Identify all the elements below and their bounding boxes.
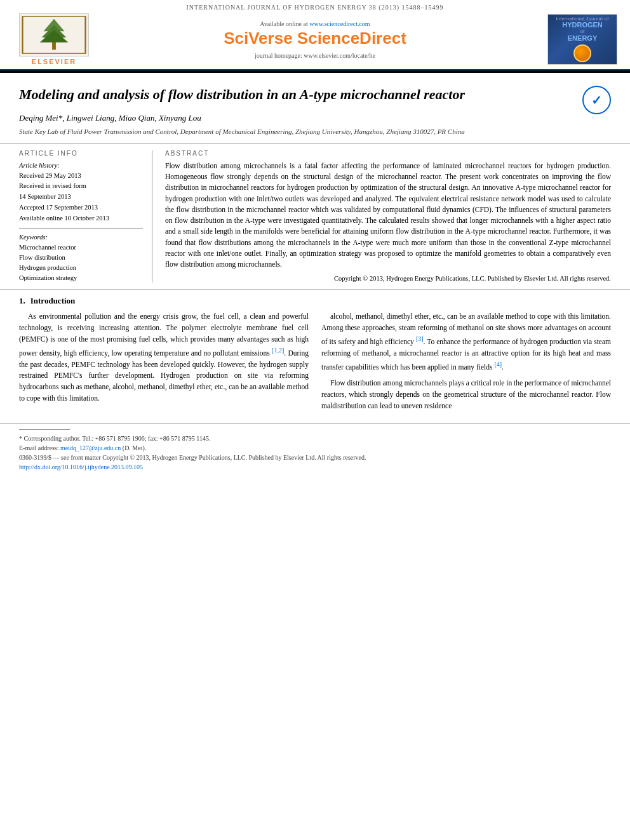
hydrogen-intl-text: International Journal of: [556, 17, 608, 21]
keyword-3: Hydrogen production: [19, 263, 143, 273]
hydrogen-energy-logo: International Journal of HYDROGEN of ENE…: [547, 14, 617, 65]
hydrogen-name: HYDROGEN: [562, 21, 603, 29]
received-date: Received 29 May 2013: [19, 171, 143, 181]
copyright-line: Copyright © 2013, Hydrogen Energy Public…: [165, 275, 611, 282]
issn-line: 0360-3199/$ — see front matter Copyright…: [19, 453, 611, 462]
available-online-text: Available online at www.sciencedirect.co…: [95, 20, 535, 27]
left-text-column: As environmental pollution and the energ…: [19, 311, 309, 417]
intro-right-para-1: alcohol, methanol, dimethyl ether, etc.,…: [321, 311, 611, 373]
center-logo-block: Available online at www.sciencedirect.co…: [95, 20, 535, 59]
ref-3[interactable]: [3]: [416, 335, 424, 342]
hydrogen-logo-block: International Journal of HYDROGEN of ENE…: [535, 14, 617, 65]
ref-1-2[interactable]: [1,2]: [272, 347, 284, 354]
abstract-column: Abstract Flow distribution among microch…: [165, 150, 611, 283]
email-name: (D. Mei).: [123, 444, 147, 451]
revised-date: 14 September 2013: [19, 192, 143, 202]
email-label: E-mail address:: [19, 444, 58, 451]
elsevier-tree-image: [19, 13, 89, 57]
keywords-section: Keywords: Microchannel reactor Flow dist…: [19, 234, 143, 283]
journal-top-bar: International Journal of Hydrogen Energy…: [0, 4, 630, 11]
keyword-4: Optimization strategy: [19, 273, 143, 283]
sciverse-text: SciVerse: [224, 29, 297, 48]
main-content: 1.Introduction As environmental pollutio…: [0, 290, 630, 423]
introduction-text-columns: As environmental pollution and the energ…: [19, 311, 611, 417]
keyword-2: Flow distribution: [19, 253, 143, 263]
accepted-date: Accepted 17 September 2013: [19, 203, 143, 213]
journal-homepage: journal homepage: www.elsevier.com/locat…: [95, 52, 535, 59]
intro-right-para-2: Flow distribution among microchannels pl…: [321, 378, 611, 411]
hydrogen-energy-text: ENERGY: [568, 34, 597, 42]
article-main-title: Modeling and analysis of flow distributi…: [19, 86, 495, 104]
elsevier-wordmark: ELSEVIER: [32, 58, 76, 65]
hydrogen-of: of: [580, 29, 585, 34]
sciencedirect-url[interactable]: www.sciencedirect.com: [309, 20, 370, 27]
info-abstract-section: Article Info Article history: Received 2…: [0, 143, 630, 290]
available-online-date: Available online 10 October 2013: [19, 213, 143, 223]
section-title: Introduction: [30, 296, 76, 305]
article-history: Article history: Received 29 May 2013 Re…: [19, 161, 143, 223]
keywords-label: Keywords:: [19, 234, 143, 241]
doi-line: http://dx.doi.org/10.1016/j.ijhydene.201…: [19, 462, 611, 472]
logos-row: ELSEVIER Available online at www.science…: [0, 13, 630, 69]
history-title: Article history:: [19, 161, 143, 171]
authors-line: Deqing Mei*, Lingwei Liang, Miao Qian, X…: [19, 113, 611, 123]
abstract-label: Abstract: [165, 150, 611, 157]
article-info-label: Article Info: [19, 150, 143, 157]
elsevier-logo-block: ELSEVIER: [13, 13, 95, 65]
journal-header: International Journal of Hydrogen Energy…: [0, 0, 630, 70]
keyword-1: Microchannel reactor: [19, 243, 143, 253]
authors-text: Deqing Mei*, Lingwei Liang, Miao Qian, X…: [19, 113, 201, 123]
received-revised-label: Received in revised form: [19, 181, 143, 191]
footnote-area: * Corresponding author. Tel.: +86 571 87…: [0, 423, 630, 477]
right-text-column: alcohol, methanol, dimethyl ether, etc.,…: [321, 311, 611, 417]
corresponding-author-note: * Corresponding author. Tel.: +86 571 87…: [19, 434, 611, 443]
footnote-divider: [19, 429, 70, 430]
doi-link[interactable]: http://dx.doi.org/10.1016/j.ijhydene.201…: [19, 463, 143, 470]
sciencedirect-text: ScienceDirect: [297, 29, 406, 48]
intro-left-para-1: As environmental pollution and the energ…: [19, 311, 309, 404]
introduction-heading: 1.Introduction: [19, 296, 611, 306]
star-note-text: * Corresponding author. Tel.: +86 571 87…: [19, 435, 210, 442]
affiliation-line: State Key Lab of Fluid Power Transmissio…: [19, 127, 611, 137]
divider-line: [19, 228, 143, 229]
sciverse-sciencedirect-logo: SciVerse ScienceDirect: [95, 29, 535, 48]
email-line: E-mail address: meidq_127@zju.edu.cn (D.…: [19, 443, 611, 453]
article-title-section: Modeling and analysis of flow distributi…: [0, 73, 630, 143]
abstract-text: Flow distribution among microchannels is…: [165, 161, 611, 270]
journal-title-bar: International Journal of Hydrogen Energy…: [186, 4, 443, 11]
email-link[interactable]: meidq_127@zju.edu.cn: [60, 444, 121, 451]
crossmark-icon[interactable]: ✓: [582, 86, 611, 114]
article-info-column: Article Info Article history: Received 2…: [19, 150, 152, 283]
section-number: 1.: [19, 296, 25, 305]
ref-4[interactable]: [4]: [494, 361, 502, 368]
